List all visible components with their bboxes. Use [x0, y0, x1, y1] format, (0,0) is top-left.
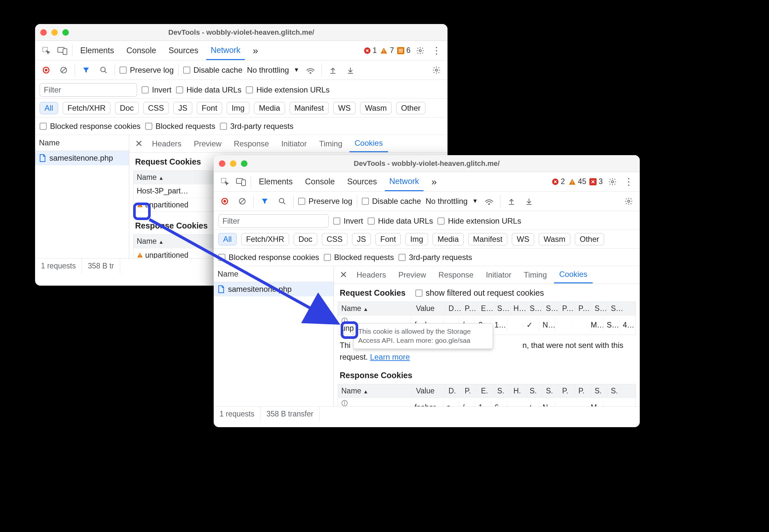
blocked-requests-checkbox[interactable]: Blocked requests: [324, 253, 394, 262]
table-header[interactable]: P.: [462, 385, 478, 397]
disable-cache-checkbox[interactable]: Disable cache: [362, 197, 421, 206]
network-conditions-icon[interactable]: [483, 195, 496, 208]
table-header[interactable]: P.: [575, 385, 591, 397]
table-header-name[interactable]: Name▲: [133, 171, 214, 184]
issues-count[interactable]: 3: [589, 177, 603, 186]
pill-wasm[interactable]: Wasm: [539, 233, 570, 245]
filter-icon[interactable]: [258, 195, 271, 208]
pill-media[interactable]: Media: [254, 102, 285, 114]
tab-cookies[interactable]: Cookies: [554, 266, 593, 283]
tab-elements[interactable]: Elements: [76, 41, 118, 60]
tab-console[interactable]: Console: [122, 41, 161, 60]
pill-fetchxhr[interactable]: Fetch/XHR: [63, 102, 110, 114]
pill-ws[interactable]: WS: [512, 233, 534, 245]
search-icon[interactable]: [276, 195, 289, 208]
pill-js[interactable]: JS: [352, 233, 371, 245]
tab-headers[interactable]: Headers: [351, 266, 391, 283]
tab-elements[interactable]: Elements: [254, 172, 297, 191]
tab-sources[interactable]: Sources: [342, 172, 381, 191]
table-header[interactable]: S...: [527, 302, 543, 315]
invert-checkbox[interactable]: Invert: [333, 217, 363, 226]
preserve-log-checkbox[interactable]: Preserve log: [119, 66, 174, 75]
tab-headers[interactable]: Headers: [147, 135, 187, 152]
blocked-cookies-checkbox[interactable]: Blocked response cookies: [40, 122, 141, 131]
pill-css[interactable]: CSS: [322, 233, 347, 245]
close-detail-icon[interactable]: ✕: [337, 269, 349, 280]
third-party-checkbox[interactable]: 3rd-party requests: [399, 253, 472, 262]
pill-font[interactable]: Font: [375, 233, 401, 245]
tab-console[interactable]: Console: [300, 172, 339, 191]
kebab-menu-icon[interactable]: ⋮: [430, 44, 443, 57]
chevron-down-icon[interactable]: ▼: [472, 198, 478, 204]
table-header[interactable]: S.: [494, 385, 510, 397]
close-detail-icon[interactable]: ✕: [132, 138, 145, 149]
tab-initiator[interactable]: Initiator: [481, 266, 517, 283]
error-count[interactable]: 2: [552, 177, 565, 186]
kebab-menu-icon[interactable]: ⋮: [622, 175, 635, 188]
table-header[interactable]: S.: [591, 385, 608, 397]
hide-ext-urls-checkbox[interactable]: Hide extension URLs: [438, 217, 521, 226]
tab-preview[interactable]: Preview: [393, 266, 431, 283]
table-header[interactable]: D...: [445, 302, 462, 315]
table-header[interactable]: Value: [413, 302, 445, 315]
record-icon[interactable]: [40, 64, 53, 77]
column-name[interactable]: Name: [35, 135, 129, 151]
table-row[interactable]: unpartitionedfoobarc…/1…6…✓N…M…: [338, 398, 636, 406]
blocked-cookies-checkbox[interactable]: Blocked response cookies: [218, 253, 319, 262]
network-conditions-icon[interactable]: [304, 64, 317, 77]
chevron-down-icon[interactable]: ▼: [293, 67, 299, 73]
show-filtered-checkbox[interactable]: show filtered out request cookies: [416, 288, 544, 298]
table-header[interactable]: S.: [543, 385, 559, 397]
settings-icon[interactable]: [414, 44, 427, 57]
pill-manifest[interactable]: Manifest: [468, 233, 508, 245]
hide-data-urls-checkbox[interactable]: Hide data URLs: [176, 85, 241, 94]
pill-all[interactable]: All: [40, 102, 58, 114]
table-header[interactable]: Name▲: [338, 385, 413, 397]
inspect-icon[interactable]: [218, 175, 231, 188]
filter-icon[interactable]: [80, 64, 93, 77]
learn-more-link[interactable]: Learn more: [370, 353, 410, 361]
table-header[interactable]: P...: [575, 302, 591, 315]
table-header[interactable]: P.: [559, 385, 575, 397]
warning-count[interactable]: 45: [568, 177, 587, 186]
tab-cookies[interactable]: Cookies: [349, 135, 388, 152]
settings-icon[interactable]: [606, 175, 619, 188]
pill-js[interactable]: JS: [173, 102, 192, 114]
table-header[interactable]: S...: [543, 302, 559, 315]
table-header[interactable]: E...: [478, 302, 494, 315]
pill-wasm[interactable]: Wasm: [360, 102, 392, 114]
table-header[interactable]: S...: [494, 302, 510, 315]
panel-settings-icon[interactable]: [622, 195, 635, 208]
table-header[interactable]: S...: [608, 302, 624, 315]
table-header[interactable]: Value: [413, 385, 445, 397]
error-count[interactable]: 1: [364, 46, 377, 55]
more-tabs-icon[interactable]: »: [427, 172, 441, 191]
table-header[interactable]: E.: [478, 385, 494, 397]
hide-ext-urls-checkbox[interactable]: Hide extension URLs: [246, 85, 329, 94]
tab-response[interactable]: Response: [433, 266, 479, 283]
table-header[interactable]: Name▲: [338, 302, 413, 315]
panel-settings-icon[interactable]: [430, 64, 443, 77]
table-header-name[interactable]: Name▲: [133, 235, 214, 248]
more-tabs-icon[interactable]: »: [248, 41, 263, 60]
preserve-log-checkbox[interactable]: Preserve log: [298, 197, 352, 206]
blocked-requests-checkbox[interactable]: Blocked requests: [145, 122, 215, 131]
pill-other[interactable]: Other: [575, 233, 604, 245]
tab-timing[interactable]: Timing: [314, 135, 347, 152]
search-icon[interactable]: [97, 64, 110, 77]
table-header[interactable]: S...: [591, 302, 608, 315]
filter-input[interactable]: Filter: [218, 214, 329, 228]
disable-cache-checkbox[interactable]: Disable cache: [183, 66, 242, 75]
device-toggle-icon[interactable]: [234, 175, 247, 188]
pill-all[interactable]: All: [218, 233, 237, 245]
pill-other[interactable]: Other: [396, 102, 426, 114]
request-row[interactable]: samesitenone.php: [214, 282, 333, 296]
pill-css[interactable]: CSS: [143, 102, 169, 114]
pill-media[interactable]: Media: [433, 233, 464, 245]
pill-img[interactable]: Img: [227, 102, 249, 114]
hide-data-urls-checkbox[interactable]: Hide data URLs: [367, 217, 433, 226]
table-header[interactable]: D.: [445, 385, 462, 397]
pill-doc[interactable]: Doc: [115, 102, 139, 114]
request-row[interactable]: samesitenone.php: [35, 151, 129, 165]
clear-icon[interactable]: [57, 64, 70, 77]
